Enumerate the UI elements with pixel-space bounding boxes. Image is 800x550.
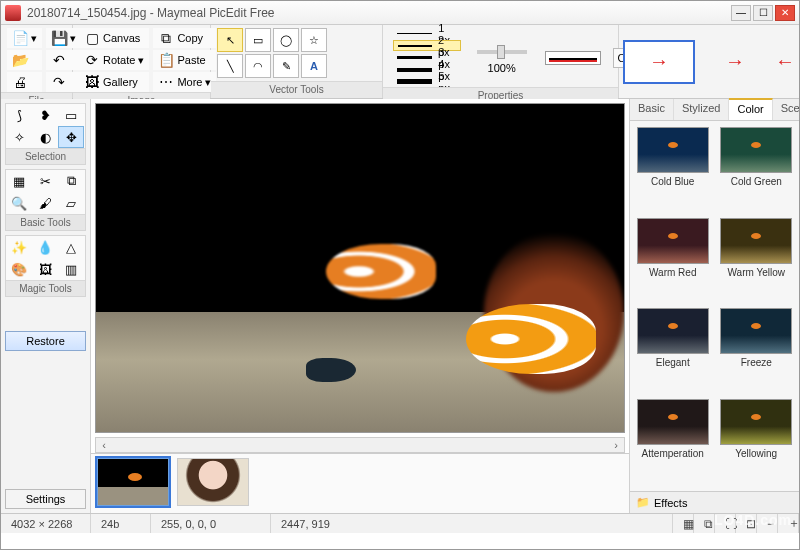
thumbnail-1[interactable] <box>97 458 169 506</box>
selection-toolbox: ⟆ ❥ ▭ ✧ ◐ ✥ Selection <box>5 103 86 165</box>
zoom-slider[interactable] <box>477 50 527 54</box>
vector-pencil[interactable]: ✎ <box>273 54 299 78</box>
pointer-icon: ↖ <box>226 34 235 47</box>
arrow-right-icon: → <box>649 50 669 73</box>
canvas-decor <box>306 358 356 382</box>
copy-button[interactable]: ⧉Copy <box>153 28 216 48</box>
text-icon: A <box>310 60 318 72</box>
crop-tool[interactable]: ⧉ <box>58 170 84 192</box>
arrow-right-icon: → <box>725 50 745 73</box>
eraser-tool[interactable]: ▱ <box>58 192 84 214</box>
maximize-button[interactable]: ☐ <box>753 5 773 21</box>
ribbon-group-file: 📄▾ 📂 🖨 💾▾ ↶ ↷ File <box>1 25 73 98</box>
paste-button[interactable]: 📋Paste <box>153 50 216 70</box>
gallery-label: Gallery <box>103 76 138 88</box>
paste-label: Paste <box>177 54 205 66</box>
rect-select[interactable]: ▭ <box>58 104 84 126</box>
blur-tool[interactable]: 💧 <box>32 236 58 258</box>
horizontal-scrollbar[interactable]: ‹ › <box>95 437 625 453</box>
folder-icon: 📁 <box>636 496 650 509</box>
print-button[interactable]: 🖨 <box>7 72 42 92</box>
color-tool[interactable]: 🎨 <box>6 258 32 280</box>
rotate-button[interactable]: ⟳Rotate▾ <box>79 50 149 70</box>
preview-thumbnail[interactable]: → <box>623 40 695 84</box>
move-tool[interactable]: ✥ <box>58 126 84 148</box>
effect-freeze[interactable]: Freeze <box>718 308 796 395</box>
new-file-icon: 📄 <box>12 30 28 46</box>
undo-icon: ↶ <box>51 52 67 68</box>
scene-tool[interactable]: 🖼 <box>32 258 58 280</box>
effect-elegant[interactable]: Elegant <box>634 308 712 395</box>
pencil-icon: ✎ <box>282 60 291 73</box>
image-canvas[interactable] <box>95 103 625 433</box>
gallery-icon: 🖼 <box>84 74 100 90</box>
zoom-tool[interactable]: 🔍 <box>6 192 32 214</box>
freeform-select[interactable]: ❥ <box>32 104 58 126</box>
effect-cold-blue[interactable]: Cold Blue <box>634 127 712 214</box>
rotate-icon: ⟳ <box>84 52 100 68</box>
effect-yellowing[interactable]: Yellowing <box>718 399 796 486</box>
vector-star[interactable]: ☆ <box>301 28 327 52</box>
preview-strip: → → ← <box>619 25 799 98</box>
vector-lasso[interactable]: ◠ <box>245 54 271 78</box>
brush-tool[interactable]: 🖌 <box>32 192 58 214</box>
fill-tool[interactable]: ▦ <box>6 170 32 192</box>
magic-wand[interactable]: ✧ <box>6 126 32 148</box>
effect-tabs: BasicStylizedColorScene <box>630 99 799 121</box>
stroke-5px[interactable]: 5 px <box>393 76 461 87</box>
vector-pointer[interactable]: ↖ <box>217 28 243 52</box>
restore-button[interactable]: Restore <box>5 331 86 351</box>
redo-icon: ↷ <box>51 74 67 90</box>
status-compare-icon[interactable]: ⧉ <box>694 514 715 533</box>
effect-cold-green[interactable]: Cold Green <box>718 127 796 214</box>
status-fit-icon[interactable]: ⛶ <box>715 514 736 533</box>
right-panel: BasicStylizedColorScene Cold BlueCold Gr… <box>629 99 799 513</box>
invert-select[interactable]: ◐ <box>32 126 58 148</box>
effect-grid: Cold BlueCold GreenWarm RedWarm YellowEl… <box>630 121 799 491</box>
effects-footer-label: Effects <box>654 497 687 509</box>
vector-rect[interactable]: ▭ <box>245 28 271 52</box>
frame-tool[interactable]: ▥ <box>58 258 84 280</box>
folder-open-icon: 📂 <box>12 52 28 68</box>
scroll-right-icon[interactable]: › <box>608 439 624 451</box>
canvas-decor <box>466 304 596 374</box>
effect-attemperation[interactable]: Attemperation <box>634 399 712 486</box>
clone-tool[interactable]: ✂ <box>32 170 58 192</box>
status-grid-icon[interactable]: ▦ <box>673 514 694 533</box>
effects-footer[interactable]: 📁 Effects <box>630 491 799 513</box>
new-button[interactable]: 📄▾ <box>7 28 42 48</box>
ribbon-group-vector: ↖ ▭ ◯ ☆ ╲ ◠ ✎ A Vector Tools <box>211 25 383 98</box>
tab-basic[interactable]: Basic <box>630 99 674 120</box>
thumbnail-2[interactable] <box>177 458 249 506</box>
rect-icon: ▭ <box>253 34 263 47</box>
effect-warm-yellow[interactable]: Warm Yellow <box>718 218 796 305</box>
lasso-select[interactable]: ⟆ <box>6 104 32 126</box>
minimize-button[interactable]: — <box>731 5 751 21</box>
status-zoomout-icon[interactable]: − <box>757 514 778 533</box>
lasso-icon: ◠ <box>253 60 263 73</box>
close-button[interactable]: ✕ <box>775 5 795 21</box>
canvas-icon: ▢ <box>84 30 100 46</box>
copy-label: Copy <box>177 32 203 44</box>
more-button[interactable]: ⋯More▾ <box>153 72 216 92</box>
canvas-button[interactable]: ▢Canvas <box>79 28 149 48</box>
auto-enhance[interactable]: ✨ <box>6 236 32 258</box>
vector-line[interactable]: ╲ <box>217 54 243 78</box>
ribbon-group-properties: 1 px2 px3 px4 px5 px 100% Outline ▾ Prop… <box>383 25 619 98</box>
slider-thumb[interactable] <box>497 45 505 59</box>
tab-stylized[interactable]: Stylized <box>674 99 730 120</box>
effect-warm-red[interactable]: Warm Red <box>634 218 712 305</box>
tab-color[interactable]: Color <box>729 98 772 120</box>
settings-button[interactable]: Settings <box>5 489 86 509</box>
scroll-left-icon[interactable]: ‹ <box>96 439 112 451</box>
stroke-width-list[interactable]: 1 px2 px3 px4 px5 px <box>393 28 461 87</box>
gallery-button[interactable]: 🖼Gallery <box>79 72 149 92</box>
tab-scene[interactable]: Scene <box>773 99 800 120</box>
open-button[interactable]: 📂 <box>7 50 42 70</box>
vector-text[interactable]: A <box>301 54 327 78</box>
status-dimensions: 4032 × 2268 <box>1 514 91 533</box>
vector-ellipse[interactable]: ◯ <box>273 28 299 52</box>
status-zoomin-icon[interactable]: ＋ <box>778 514 799 533</box>
sharpen-tool[interactable]: △ <box>58 236 84 258</box>
status-actual-icon[interactable]: ⊡ <box>736 514 757 533</box>
